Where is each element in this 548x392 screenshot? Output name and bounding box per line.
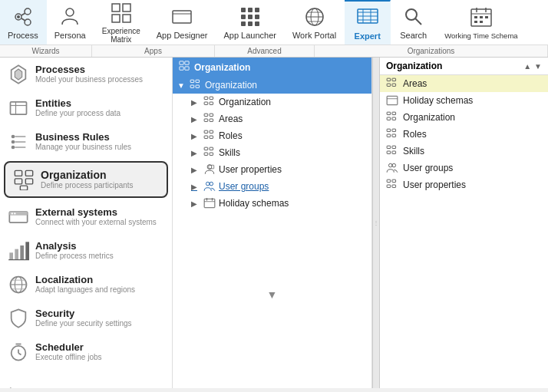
sidebar-analysis-desc: Define process metrics bbox=[35, 252, 114, 260]
panel-resize-handle-1[interactable]: ⋮ bbox=[372, 58, 380, 388]
sidebar-item-external-systems[interactable]: External systems Connect with your exter… bbox=[0, 200, 172, 234]
sidebar-item-scheduler[interactable]: Scheduler Execute offline jobs bbox=[0, 335, 172, 369]
tab-app-designer[interactable]: App Designer bbox=[149, 0, 216, 44]
expand-icon-user-properties: ▶ bbox=[191, 166, 200, 174]
right-tree-item-skills[interactable]: Skills bbox=[380, 143, 548, 160]
svg-rect-80 bbox=[180, 67, 183, 70]
svg-point-50 bbox=[12, 140, 15, 144]
sidebar-external-systems-desc: Connect with your external systems bbox=[35, 218, 157, 226]
tab-persona[interactable]: Persona bbox=[47, 0, 94, 44]
skills-icon bbox=[203, 147, 216, 159]
right-panel-header: Organization ▲ ▼ bbox=[380, 58, 548, 75]
expert-icon bbox=[355, 5, 380, 30]
sidebar-item-localization[interactable]: Localization Adapt languages and regions bbox=[0, 268, 172, 301]
right-skills-icon bbox=[386, 145, 398, 157]
tree-item-user-groups[interactable]: ▶ User groups bbox=[173, 178, 371, 195]
sidebar-external-systems-title: External systems bbox=[35, 206, 157, 218]
sidebar-security-title: Security bbox=[35, 308, 132, 319]
group-advanced: Advanced bbox=[215, 45, 315, 57]
tab-search[interactable]: Search bbox=[391, 0, 437, 44]
tree-item-roles[interactable]: ▶ Roles bbox=[173, 127, 371, 144]
svg-rect-19 bbox=[241, 21, 246, 26]
svg-rect-14 bbox=[248, 8, 253, 12]
analysis-icon bbox=[8, 240, 29, 262]
svg-rect-124 bbox=[387, 146, 391, 148]
svg-rect-21 bbox=[255, 21, 259, 26]
tab-experience-matrix[interactable]: ExperienceMatrix bbox=[94, 0, 149, 44]
sidebar-item-analysis[interactable]: Analysis Define process metrics bbox=[0, 234, 172, 268]
user-groups-icon bbox=[203, 180, 216, 193]
svg-rect-125 bbox=[392, 146, 396, 148]
tab-work-portal[interactable]: Work Portal bbox=[285, 0, 345, 44]
right-tree-item-user-groups[interactable]: User groups bbox=[380, 160, 548, 176]
sidebar-item-entities[interactable]: Entities Define your process data bbox=[0, 91, 172, 125]
right-label-user-properties: User properties bbox=[403, 180, 466, 190]
sidebar-collapse-button[interactable]: ‹ bbox=[0, 377, 172, 388]
scroll-down-button[interactable]: ▼ bbox=[534, 62, 542, 71]
svg-rect-81 bbox=[185, 67, 189, 70]
svg-rect-92 bbox=[204, 119, 208, 121]
expand-icon-areas: ▶ bbox=[191, 115, 200, 124]
svg-rect-85 bbox=[196, 85, 200, 87]
svg-rect-127 bbox=[392, 151, 396, 153]
sidebar-item-processes[interactable]: Processes Model your business processes bbox=[0, 58, 172, 91]
right-tree-item-areas[interactable]: Areas bbox=[380, 75, 548, 92]
right-tree-item-holiday-schemas[interactable]: Holiday schemas bbox=[380, 92, 548, 109]
svg-point-6 bbox=[66, 8, 74, 16]
svg-rect-42 bbox=[474, 21, 477, 23]
right-holiday-schemas-icon bbox=[386, 94, 398, 107]
right-tree-item-roles[interactable]: Roles bbox=[380, 126, 548, 143]
scroll-up-button[interactable]: ▲ bbox=[523, 62, 531, 71]
svg-rect-94 bbox=[204, 130, 208, 133]
tree-label-organization: Organization bbox=[219, 97, 271, 107]
sidebar-item-security[interactable]: Security Define your security settings bbox=[0, 301, 172, 335]
right-panel-scroll-controls: ▲ ▼ bbox=[523, 62, 542, 71]
svg-rect-79 bbox=[185, 61, 189, 64]
sidebar-item-organization[interactable]: Organization Define process participants bbox=[4, 161, 168, 198]
svg-rect-121 bbox=[392, 129, 396, 131]
svg-rect-64 bbox=[9, 252, 13, 259]
tree-item-organization-root[interactable]: ▼ Organization bbox=[173, 77, 371, 94]
svg-rect-116 bbox=[387, 112, 391, 114]
tab-process[interactable]: Process bbox=[0, 0, 47, 44]
svg-rect-84 bbox=[190, 85, 194, 87]
org-child-icon bbox=[203, 96, 216, 108]
svg-rect-11 bbox=[173, 11, 191, 23]
sidebar-entities-desc: Define your process data bbox=[35, 109, 120, 117]
right-tree-item-organization[interactable]: Organization bbox=[380, 109, 548, 126]
middle-panel-header-text: Organization bbox=[194, 62, 250, 73]
svg-rect-82 bbox=[190, 80, 194, 82]
svg-line-4 bbox=[21, 18, 25, 21]
right-areas-icon bbox=[386, 77, 398, 90]
tree-item-skills[interactable]: ▶ Skills bbox=[173, 144, 371, 161]
tab-app-launcher[interactable]: App Launcher bbox=[216, 0, 285, 44]
tree-item-holiday-schemas[interactable]: ▶ Holiday schemas bbox=[173, 195, 371, 212]
persona-icon bbox=[58, 5, 82, 29]
svg-rect-132 bbox=[387, 185, 391, 187]
right-panel-header-text: Organization bbox=[386, 61, 442, 71]
sidebar-item-business-rules[interactable]: Business Rules Manage your business rule… bbox=[0, 125, 172, 159]
collapse-middle-arrow[interactable]: ▼ bbox=[267, 288, 278, 301]
tree-item-organization-child[interactable]: ▶ Organization bbox=[173, 94, 371, 110]
svg-rect-113 bbox=[392, 84, 396, 86]
tab-expert[interactable]: Expert bbox=[345, 0, 391, 44]
svg-rect-117 bbox=[392, 112, 396, 114]
svg-rect-15 bbox=[255, 8, 259, 12]
svg-rect-65 bbox=[15, 249, 18, 260]
sidebar: Processes Model your business processes … bbox=[0, 58, 173, 388]
svg-rect-96 bbox=[204, 136, 208, 138]
svg-rect-123 bbox=[392, 134, 396, 137]
sidebar-organization-title: Organization bbox=[41, 169, 134, 181]
svg-rect-13 bbox=[241, 8, 246, 12]
tree-item-areas[interactable]: ▶ Areas bbox=[173, 110, 371, 127]
svg-rect-46 bbox=[11, 102, 27, 114]
tab-working-time-schema[interactable]: Working Time Schema bbox=[437, 0, 526, 44]
tab-app-launcher-label: App Launcher bbox=[223, 31, 276, 40]
work-portal-icon bbox=[302, 5, 327, 29]
right-tree-item-user-properties[interactable]: User properties bbox=[380, 176, 548, 193]
scheduler-icon bbox=[8, 341, 29, 363]
tree-item-user-properties[interactable]: ▶ User properties bbox=[173, 161, 371, 178]
tab-experience-matrix-label: ExperienceMatrix bbox=[102, 27, 140, 44]
svg-rect-106 bbox=[204, 199, 215, 207]
working-time-schema-icon bbox=[469, 5, 494, 30]
